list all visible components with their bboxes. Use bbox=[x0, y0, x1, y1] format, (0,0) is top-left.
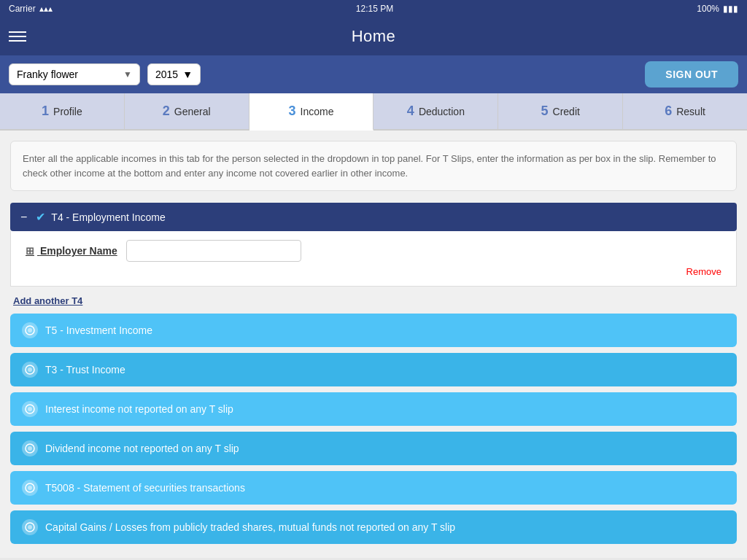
income-section-label-0: T5 - Investment Income bbox=[45, 324, 152, 336]
info-box: Enter all the applicable incomes in this… bbox=[10, 141, 737, 191]
employer-expand-icon: ⊞ bbox=[26, 245, 34, 257]
employer-name-label[interactable]: ⊞ Employer Name bbox=[26, 245, 117, 257]
t4-checkmark-icon: ✔ bbox=[36, 210, 45, 224]
main-content: Enter all the applicable incomes in this… bbox=[0, 131, 747, 558]
income-section-icon-0 bbox=[22, 322, 38, 338]
tab-num-0: 1 bbox=[42, 104, 49, 119]
sign-out-button[interactable]: SIGN OUT bbox=[645, 61, 738, 88]
income-section-0[interactable]: T5 - Investment Income bbox=[10, 314, 737, 347]
profile-dropdown-arrow: ▼ bbox=[123, 69, 132, 79]
page-title: Home bbox=[352, 27, 396, 46]
battery-text: 100% bbox=[697, 4, 719, 14]
income-section-label-1: T3 - Trust Income bbox=[45, 364, 125, 376]
profile-name: Franky flower bbox=[17, 69, 78, 80]
income-section-label-2: Interest income not reported on any T sl… bbox=[45, 403, 233, 415]
income-section-label-4: T5008 - Statement of securities transact… bbox=[45, 482, 245, 494]
tab-num-3: 4 bbox=[407, 104, 414, 119]
income-section-label-5: Capital Gains / Losses from publicly tra… bbox=[45, 521, 455, 533]
tab-profile[interactable]: 1Profile bbox=[0, 93, 125, 129]
income-section-icon-5 bbox=[22, 519, 38, 535]
svg-point-7 bbox=[28, 446, 32, 451]
tab-label-1: General bbox=[174, 106, 211, 117]
year-dropdown[interactable]: 2015 ▼ bbox=[147, 63, 201, 85]
income-section-4[interactable]: T5008 - Statement of securities transact… bbox=[10, 471, 737, 505]
year-value: 2015 bbox=[155, 69, 178, 80]
remove-link[interactable]: Remove bbox=[26, 266, 721, 277]
tab-label-0: Profile bbox=[53, 106, 82, 117]
tab-credit[interactable]: 5Credit bbox=[498, 93, 623, 129]
tab-general[interactable]: 2General bbox=[125, 93, 249, 129]
add-another-t4-link[interactable]: Add another T4 bbox=[10, 289, 737, 314]
employer-section: ⊞ Employer Name Remove bbox=[10, 231, 737, 287]
status-right: 100% ▮▮▮ bbox=[697, 4, 738, 14]
hamburger-menu-button[interactable] bbox=[9, 31, 26, 42]
year-dropdown-arrow: ▼ bbox=[182, 69, 193, 80]
income-section-icon-2 bbox=[22, 401, 38, 417]
tab-bar: 1Profile2General3Income4Deduction5Credit… bbox=[0, 93, 747, 131]
svg-point-9 bbox=[28, 486, 32, 490]
svg-point-5 bbox=[28, 407, 32, 411]
t4-collapse-button[interactable]: − bbox=[20, 211, 27, 224]
tab-label-3: Deduction bbox=[419, 106, 465, 117]
t4-section-header: − ✔ T4 - Employment Income bbox=[10, 203, 737, 231]
income-section-1[interactable]: T3 - Trust Income bbox=[10, 353, 737, 386]
employer-name-input[interactable] bbox=[126, 240, 301, 262]
income-section-icon-4 bbox=[22, 480, 38, 496]
status-left: Carrier ▴▴▴ bbox=[9, 4, 53, 14]
svg-point-11 bbox=[28, 525, 32, 529]
income-section-icon-3 bbox=[22, 440, 38, 456]
tab-num-5: 6 bbox=[665, 104, 672, 119]
header: Home bbox=[0, 18, 747, 55]
t4-section-label: T4 - Employment Income bbox=[51, 211, 165, 223]
tab-num-2: 3 bbox=[289, 104, 296, 119]
tab-income[interactable]: 3Income bbox=[249, 93, 374, 131]
income-section-icon-1 bbox=[22, 362, 38, 378]
wifi-icon: ▴▴▴ bbox=[39, 4, 53, 14]
time-display: 12:15 PM bbox=[356, 4, 393, 14]
tab-label-5: Result bbox=[676, 106, 705, 117]
income-sections-container: T5 - Investment Income T3 - Trust Income… bbox=[10, 314, 737, 544]
carrier-text: Carrier bbox=[9, 4, 36, 14]
tab-result[interactable]: 6Result bbox=[623, 93, 747, 129]
income-section-2[interactable]: Interest income not reported on any T sl… bbox=[10, 392, 737, 426]
svg-point-3 bbox=[28, 368, 32, 372]
employer-row: ⊞ Employer Name bbox=[26, 240, 721, 262]
tab-label-4: Credit bbox=[553, 106, 580, 117]
income-section-3[interactable]: Dividend income not reported on any T sl… bbox=[10, 432, 737, 465]
profile-dropdown[interactable]: Franky flower ▼ bbox=[9, 63, 140, 85]
income-section-5[interactable]: Capital Gains / Losses from publicly tra… bbox=[10, 510, 737, 544]
income-section-label-3: Dividend income not reported on any T sl… bbox=[45, 443, 239, 454]
battery-icon: ▮▮▮ bbox=[723, 4, 738, 14]
toolbar: Franky flower ▼ 2015 ▼ SIGN OUT bbox=[0, 55, 747, 93]
info-text: Enter all the applicable incomes in this… bbox=[23, 153, 716, 179]
svg-point-1 bbox=[28, 328, 32, 332]
tab-deduction[interactable]: 4Deduction bbox=[374, 93, 498, 129]
tab-num-4: 5 bbox=[541, 104, 549, 119]
status-bar: Carrier ▴▴▴ 12:15 PM 100% ▮▮▮ bbox=[0, 0, 747, 18]
tab-num-1: 2 bbox=[163, 104, 170, 119]
tab-label-2: Income bbox=[301, 106, 334, 117]
